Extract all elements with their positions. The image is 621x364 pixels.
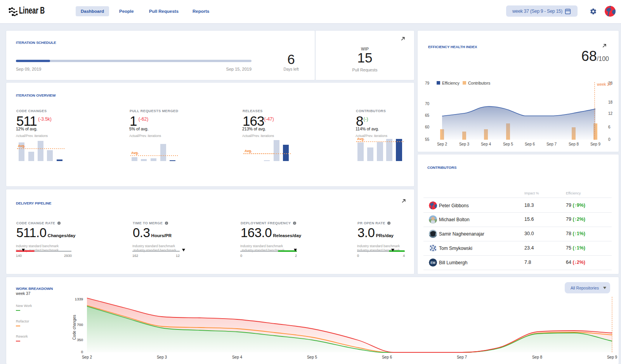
svg-text:EM: EM	[430, 261, 435, 265]
